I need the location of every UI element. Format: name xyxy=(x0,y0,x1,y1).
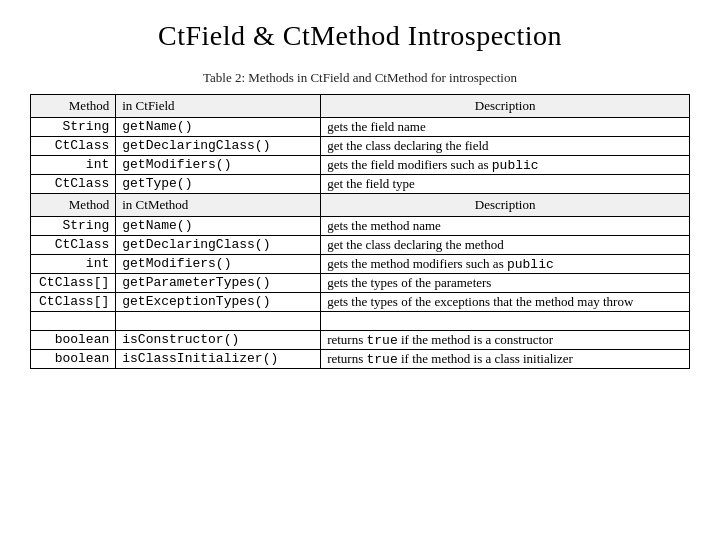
method-name: getType() xyxy=(116,175,321,194)
ctmethod-header-method: Method xyxy=(31,194,116,217)
description-empty xyxy=(321,312,690,331)
return-type: String xyxy=(31,217,116,236)
table-row: CtClass getDeclaringClass() get the clas… xyxy=(31,137,690,156)
return-type: int xyxy=(31,156,116,175)
description: gets the types of the exceptions that th… xyxy=(321,293,690,312)
method-name: getExceptionTypes() xyxy=(116,293,321,312)
description: gets the method name xyxy=(321,217,690,236)
method-name: isConstructor() xyxy=(116,331,321,350)
method-name-empty xyxy=(116,312,321,331)
table-row: boolean isConstructor() returns true if … xyxy=(31,331,690,350)
ctfield-header-method: Method xyxy=(31,95,116,118)
method-name: getParameterTypes() xyxy=(116,274,321,293)
table-caption: Table 2: Methods in CtField and CtMethod… xyxy=(203,70,517,86)
method-name: getName() xyxy=(116,217,321,236)
table-row-spacer xyxy=(31,312,690,331)
return-type: CtClass[] xyxy=(31,274,116,293)
method-name: getDeclaringClass() xyxy=(116,137,321,156)
inline-code: true xyxy=(367,333,398,348)
return-type: String xyxy=(31,118,116,137)
return-type: boolean xyxy=(31,331,116,350)
return-type: boolean xyxy=(31,350,116,369)
return-type: CtClass xyxy=(31,175,116,194)
inline-code: true xyxy=(367,352,398,367)
description: get the field type xyxy=(321,175,690,194)
return-type: int xyxy=(31,255,116,274)
table-row: CtClass getDeclaringClass() get the clas… xyxy=(31,236,690,255)
return-type-empty xyxy=(31,312,116,331)
table-row: int getModifiers() gets the method modif… xyxy=(31,255,690,274)
return-type: CtClass xyxy=(31,137,116,156)
inline-code: public xyxy=(492,158,539,173)
main-table: Method in CtField Description String get… xyxy=(30,94,690,369)
table-row: String getName() gets the method name xyxy=(31,217,690,236)
description: gets the field modifiers such as public xyxy=(321,156,690,175)
inline-code: public xyxy=(507,257,554,272)
table-row: String getName() gets the field name xyxy=(31,118,690,137)
table-row: CtClass getType() get the field type xyxy=(31,175,690,194)
ctfield-header-in: in CtField xyxy=(116,95,321,118)
method-name: getDeclaringClass() xyxy=(116,236,321,255)
page: CtField & CtMethod Introspection Table 2… xyxy=(0,0,720,540)
description: gets the types of the parameters xyxy=(321,274,690,293)
table-row: CtClass[] getExceptionTypes() gets the t… xyxy=(31,293,690,312)
method-name: isClassInitializer() xyxy=(116,350,321,369)
main-title: CtField & CtMethod Introspection xyxy=(158,20,562,52)
return-type: CtClass xyxy=(31,236,116,255)
description: get the class declaring the field xyxy=(321,137,690,156)
description: gets the method modifiers such as public xyxy=(321,255,690,274)
description: returns true if the method is a class in… xyxy=(321,350,690,369)
table-row: CtClass[] getParameterTypes() gets the t… xyxy=(31,274,690,293)
method-name: getModifiers() xyxy=(116,255,321,274)
table-row: int getModifiers() gets the field modifi… xyxy=(31,156,690,175)
description: get the class declaring the method xyxy=(321,236,690,255)
description: returns true if the method is a construc… xyxy=(321,331,690,350)
ctmethod-header-desc: Description xyxy=(321,194,690,217)
ctmethod-header-in: in CtMethod xyxy=(116,194,321,217)
description: gets the field name xyxy=(321,118,690,137)
return-type: CtClass[] xyxy=(31,293,116,312)
ctmethod-section-header: Method in CtMethod Description xyxy=(31,194,690,217)
table-row: boolean isClassInitializer() returns tru… xyxy=(31,350,690,369)
method-name: getModifiers() xyxy=(116,156,321,175)
ctfield-header-desc: Description xyxy=(321,95,690,118)
method-name: getName() xyxy=(116,118,321,137)
ctfield-section-header: Method in CtField Description xyxy=(31,95,690,118)
